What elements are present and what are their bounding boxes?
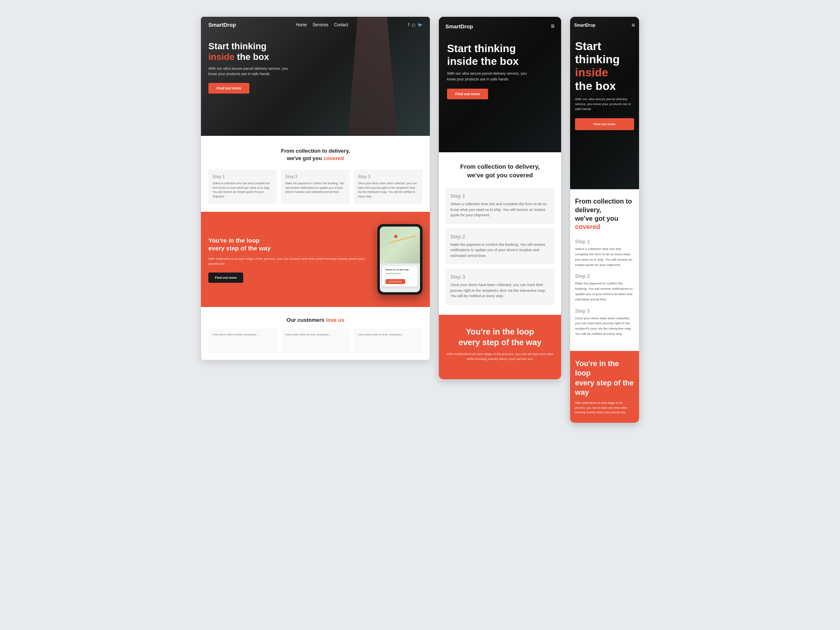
desktop-loop-title: You're in the loop every step of the way bbox=[208, 236, 369, 252]
desktop-hero-subtitle: With our ultra secure parcel delivery se… bbox=[208, 66, 290, 77]
tablet-step-1: Step 1 Select a collection time slot and… bbox=[445, 188, 555, 224]
mobile-steps-title: From collection to delivery, we've got y… bbox=[575, 197, 634, 231]
mobile-device: SmartDrop ≡ Start thinking inside the bo… bbox=[570, 16, 639, 423]
review-2-text: Lorem ipsum dolor sit amet, consectetur.… bbox=[285, 333, 345, 337]
mobile-hero-title: Start thinking inside the box bbox=[575, 40, 634, 93]
tablet-step-3-text: Once your items have been collected, you… bbox=[450, 282, 550, 299]
nav-contact[interactable]: Contact bbox=[334, 23, 348, 27]
phone-map bbox=[380, 227, 420, 263]
tablet-steps-title: From collection to delivery, we've got y… bbox=[445, 162, 555, 179]
mobile-logo: SmartDrop bbox=[574, 23, 596, 27]
tablet-step-3-title: Step 3 bbox=[450, 274, 550, 280]
desktop-step-1: Step 1 Select a collection time slot and… bbox=[208, 170, 277, 204]
tablet-hero-subtitle: With our ultra secure parcel delivery se… bbox=[447, 71, 529, 82]
phone-notification: Driver is on his way eta going time at C… bbox=[382, 266, 418, 286]
step-2-text: Make the payment to confirm the booking.… bbox=[285, 181, 345, 195]
tablet-logo: SmartDrop bbox=[445, 23, 473, 30]
review-1-text: Lorem ipsum dolor sit amet, consectetur.… bbox=[212, 333, 273, 337]
tablet-step-2-text: Make the payment to confirm the booking.… bbox=[450, 242, 550, 259]
instagram-icon[interactable]: ◻ bbox=[412, 23, 415, 27]
notif-text: eta going time at bbox=[386, 272, 414, 275]
tablet-device: SmartDrop ≡ Start thinking inside the bo… bbox=[438, 16, 562, 380]
mobile-loop-section: You're in the loop every step of the way… bbox=[570, 351, 639, 423]
mobile-loop-title: You're in the loop every step of the way bbox=[575, 359, 634, 398]
desktop-loop-cta[interactable]: Find out more bbox=[208, 273, 243, 283]
desktop-customers-section: Our customers love us Lorem ipsum dolor … bbox=[201, 307, 430, 360]
review-3-text: Lorem ipsum dolor sit amet, consectetur.… bbox=[358, 333, 418, 337]
tablet-hero-content: Start thinking inside the box With our u… bbox=[439, 36, 561, 152]
tablet-loop-title: You're in the loop every step of the way bbox=[445, 326, 555, 348]
tablet-loop-section: You're in the loop every step of the way… bbox=[439, 315, 561, 380]
desktop-nav: SmartDrop Home Services Contact f ◻ 🐦 bbox=[201, 17, 430, 33]
desktop-hero-cta[interactable]: Find out more bbox=[208, 83, 249, 94]
mobile-hamburger-icon[interactable]: ≡ bbox=[632, 22, 635, 28]
desktop-loop-section: You're in the loop every step of the way… bbox=[201, 212, 430, 307]
mobile-loop-subtitle: With notifications at each stage of the … bbox=[575, 401, 634, 415]
tablet-steps-list: Step 1 Select a collection time slot and… bbox=[445, 188, 555, 305]
tablet-loop-subtitle: With notifications at each stage of the … bbox=[445, 352, 555, 362]
desktop-social-icons: f ◻ 🐦 bbox=[408, 23, 422, 27]
desktop-step-3: Step 3 Once your items have been collect… bbox=[354, 170, 422, 204]
facebook-icon[interactable]: f bbox=[408, 23, 409, 27]
mobile-step-1-title: Step 1 bbox=[575, 239, 634, 245]
phone-screen: Driver is on his way eta going time at C… bbox=[380, 227, 420, 292]
mobile-hero-cta[interactable]: Find out more bbox=[575, 118, 634, 130]
step-1-text: Select a collection time slot and comple… bbox=[212, 181, 273, 199]
step-3-text: Once your items have been collected, you… bbox=[358, 181, 418, 199]
notif-title: Driver is on his way bbox=[386, 268, 414, 271]
mobile-step-2-title: Step 2 bbox=[575, 273, 634, 279]
tablet-step-2-title: Step 2 bbox=[450, 234, 550, 240]
nav-home[interactable]: Home bbox=[296, 23, 307, 27]
review-1: Lorem ipsum dolor sit amet, consectetur.… bbox=[208, 329, 277, 353]
review-2: Lorem ipsum dolor sit amet, consectetur.… bbox=[281, 329, 349, 353]
desktop-reviews-grid: Lorem ipsum dolor sit amet, consectetur.… bbox=[208, 329, 422, 353]
tablet-hero-cta[interactable]: Find out more bbox=[447, 89, 488, 99]
step-1-title: Step 1 bbox=[212, 174, 273, 179]
tablet-step-1-title: Step 1 bbox=[450, 193, 550, 199]
desktop-phone-mockup: Driver is on his way eta going time at C… bbox=[377, 224, 422, 295]
tablet-step-1-text: Select a collection time slot and comple… bbox=[450, 202, 550, 218]
mobile-step-3-text: Once your items have been collected, you… bbox=[575, 316, 634, 337]
mobile-step-2-text: Make the payment to confirm the booking.… bbox=[575, 281, 634, 302]
tablet-hero-title: Start thinking inside the box bbox=[447, 42, 553, 68]
desktop-loop-subtitle: With notifications at each stage of the … bbox=[208, 257, 369, 267]
step-2-title: Step 2 bbox=[285, 174, 345, 179]
mobile-steps-section: From collection to delivery, we've got y… bbox=[570, 189, 639, 351]
mobile-step-1: Step 1 Select a collection time slot and… bbox=[575, 239, 634, 268]
desktop-steps-section: From collection to delivery, we've got y… bbox=[201, 136, 430, 212]
desktop-loop-content: You're in the loop every step of the way… bbox=[208, 236, 369, 283]
desktop-device: SmartDrop Home Services Contact f ◻ 🐦 St… bbox=[201, 16, 430, 360]
mobile-step-1-text: Select a collection time slot and comple… bbox=[575, 247, 634, 268]
mobile-nav: SmartDrop ≡ bbox=[570, 17, 639, 33]
mobile-steps-list: Step 1 Select a collection time slot and… bbox=[575, 239, 634, 343]
mobile-hero-subtitle: With our ultra secure parcel delivery se… bbox=[575, 97, 634, 112]
mobile-hero-content: Start thinking inside the box With our u… bbox=[570, 33, 639, 189]
mobile-step-2: Step 2 Make the payment to confirm the b… bbox=[575, 273, 634, 302]
tablet-nav: SmartDrop ≡ bbox=[439, 17, 561, 36]
twitter-icon[interactable]: 🐦 bbox=[418, 23, 422, 27]
review-3: Lorem ipsum dolor sit amet, consectetur.… bbox=[354, 329, 422, 353]
mobile-step-3: Step 3 Once your items have been collect… bbox=[575, 308, 634, 337]
phone-frame: Driver is on his way eta going time at C… bbox=[377, 224, 422, 295]
desktop-hero: SmartDrop Home Services Contact f ◻ 🐦 St… bbox=[201, 17, 430, 136]
tablet-hamburger-icon[interactable]: ≡ bbox=[551, 23, 555, 30]
mobile-step-3-title: Step 3 bbox=[575, 308, 634, 314]
notif-button[interactable]: Contact Driver bbox=[386, 279, 405, 284]
step-3-title: Step 3 bbox=[358, 174, 418, 179]
desktop-nav-links: Home Services Contact bbox=[296, 23, 348, 27]
tablet-step-2: Step 2 Make the payment to confirm the b… bbox=[445, 228, 555, 265]
desktop-hero-content: Start thinking inside the box With our u… bbox=[201, 33, 430, 136]
desktop-hero-title: Start thinking inside the box bbox=[208, 41, 422, 63]
desktop-customers-title: Our customers love us bbox=[208, 317, 422, 323]
desktop-step-2: Step 2 Make the payment to confirm the b… bbox=[281, 170, 349, 204]
tablet-step-3: Step 3 Once your items have been collect… bbox=[445, 268, 555, 305]
desktop-steps-title: From collection to delivery, we've got y… bbox=[208, 147, 422, 162]
mobile-hero: SmartDrop ≡ Start thinking inside the bo… bbox=[570, 17, 639, 189]
nav-services[interactable]: Services bbox=[313, 23, 328, 27]
tablet-steps-section: From collection to delivery, we've got y… bbox=[439, 152, 561, 315]
tablet-hero: SmartDrop ≡ Start thinking inside the bo… bbox=[439, 17, 561, 152]
desktop-steps-grid: Step 1 Select a collection time slot and… bbox=[208, 170, 422, 204]
desktop-logo: SmartDrop bbox=[208, 22, 236, 28]
